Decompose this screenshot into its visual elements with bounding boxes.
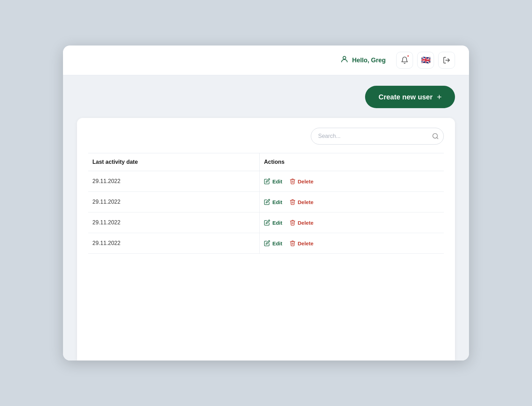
notification-dot — [407, 55, 410, 57]
edit-button[interactable]: Edit — [264, 178, 282, 184]
greeting-text: Hello, Greg — [352, 57, 386, 64]
col-actions: Actions — [260, 153, 444, 171]
trash-icon — [289, 178, 296, 184]
date-cell: 29.11.2022 — [88, 192, 260, 212]
col-last-activity-date: Last activity date — [88, 153, 260, 171]
edit-button[interactable]: Edit — [264, 199, 282, 205]
search-row — [88, 128, 444, 145]
table-body: 29.11.2022 Edit — [88, 171, 444, 254]
logout-icon — [443, 56, 450, 64]
date-cell: 29.11.2022 — [88, 171, 260, 192]
search-input[interactable] — [311, 128, 444, 145]
edit-button[interactable]: Edit — [264, 240, 282, 246]
table-row: 29.11.2022 Edit — [88, 171, 444, 192]
svg-point-0 — [343, 56, 346, 59]
plus-icon: + — [437, 92, 442, 102]
flag-uk-icon: 🇬🇧 — [421, 56, 430, 65]
delete-button[interactable]: Delete — [289, 240, 314, 246]
bell-icon — [401, 56, 408, 64]
date-cell: 29.11.2022 — [88, 212, 260, 233]
table-card: Last activity date Actions 29.11.2022 — [77, 118, 455, 360]
search-input-wrap — [311, 128, 444, 145]
edit-button[interactable]: Edit — [264, 219, 282, 226]
user-greeting: Hello, Greg — [334, 52, 392, 68]
edit-icon — [264, 178, 270, 184]
top-bar: Hello, Greg 🇬🇧 — [63, 46, 469, 75]
browser-window: Hello, Greg 🇬🇧 Create new user + — [63, 46, 469, 360]
svg-line-3 — [437, 138, 438, 139]
date-cell: 29.11.2022 — [88, 233, 260, 254]
content-area: Create new user + — [63, 75, 469, 360]
actions-cell: Edit Delete — [260, 233, 444, 254]
delete-button[interactable]: Delete — [289, 199, 314, 205]
actions-cell: Edit Delete — [260, 192, 444, 212]
delete-button[interactable]: Delete — [289, 178, 314, 184]
edit-icon — [264, 219, 270, 226]
user-icon — [340, 55, 349, 65]
edit-icon — [264, 240, 270, 246]
search-button[interactable] — [432, 133, 439, 140]
actions-cell: Edit Delete — [260, 212, 444, 233]
logout-button[interactable] — [438, 52, 455, 69]
delete-button[interactable]: Delete — [289, 219, 314, 226]
table-row: 29.11.2022 Edit — [88, 212, 444, 233]
trash-icon — [289, 240, 296, 246]
trash-icon — [289, 219, 296, 226]
trash-icon — [289, 199, 296, 205]
notification-button[interactable] — [396, 52, 413, 69]
create-button-label: Create new user — [378, 93, 433, 101]
create-new-user-button[interactable]: Create new user + — [365, 86, 455, 108]
table-row: 29.11.2022 Edit — [88, 233, 444, 254]
search-icon — [432, 133, 439, 140]
table-header: Last activity date Actions — [88, 153, 444, 171]
actions-cell: Edit — [260, 171, 444, 192]
edit-icon — [264, 199, 270, 205]
language-button[interactable]: 🇬🇧 — [417, 52, 434, 69]
data-table: Last activity date Actions 29.11.2022 — [88, 153, 444, 254]
table-row: 29.11.2022 Edit — [88, 192, 444, 212]
